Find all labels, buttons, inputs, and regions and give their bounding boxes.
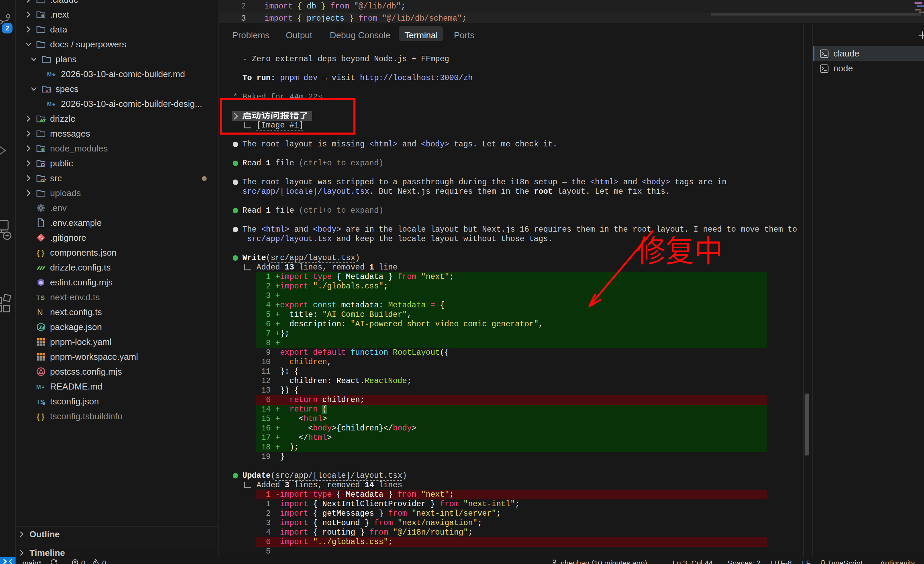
svg-text:M: M [47, 71, 52, 77]
svg-text:JS: JS [39, 325, 44, 330]
svg-text:N: N [37, 308, 43, 317]
svg-text:T: T [36, 294, 40, 301]
svg-text:{ }: { } [37, 249, 44, 257]
svg-text:{ }: { } [37, 412, 44, 421]
svg-text:</>: </> [40, 178, 46, 183]
svg-text:M: M [36, 384, 41, 390]
svg-text:S: S [40, 294, 45, 301]
svg-text:M: M [47, 101, 52, 107]
svg-text:</>: </> [46, 88, 51, 94]
